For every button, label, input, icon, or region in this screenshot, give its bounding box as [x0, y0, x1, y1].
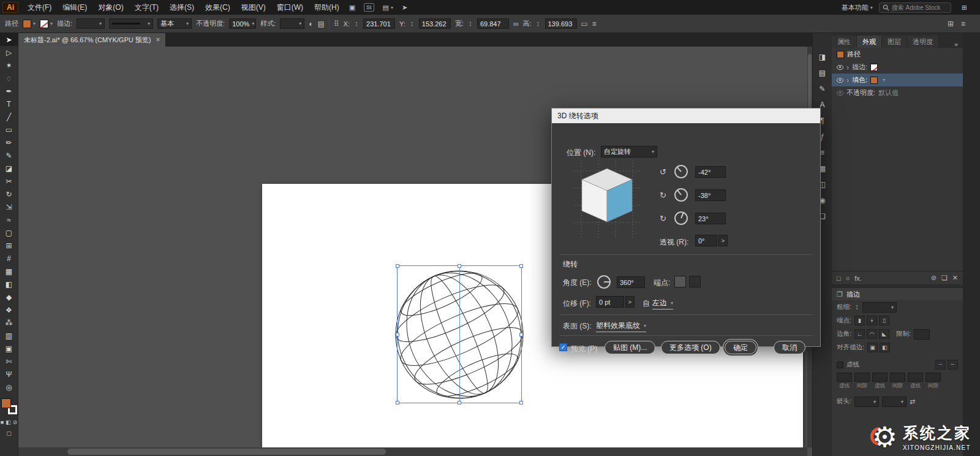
hand-tool[interactable]: Ψ — [0, 368, 18, 381]
selection-handle[interactable] — [458, 264, 461, 268]
fill-attribute-row[interactable]: › 填色: ▾ — [832, 74, 963, 86]
perspective-popout-icon[interactable]: > — [718, 235, 728, 246]
zoom-tool[interactable]: ◎ — [0, 381, 18, 393]
visibility-eye-icon[interactable] — [837, 78, 843, 83]
stroke-panel-header[interactable]: ❐ 描边 — [832, 288, 963, 300]
add-effect-icon[interactable]: fx. — [854, 275, 862, 282]
swatches-panel-icon[interactable]: ▤ — [813, 65, 832, 81]
menu-object[interactable]: 对象(O) — [92, 0, 129, 15]
menu-window[interactable]: 窗口(W) — [271, 0, 309, 15]
y-input[interactable]: 153.262 — [419, 18, 451, 29]
expand-arrow-icon[interactable]: › — [846, 63, 849, 72]
stroke-none-swatch[interactable] — [870, 64, 878, 71]
angle-dial[interactable] — [596, 274, 612, 290]
app-logo-icon[interactable]: Ai — [2, 2, 18, 13]
align-stroke-inside-icon[interactable]: ◧ — [880, 343, 890, 352]
preserve-dash-icon[interactable]: ┄ — [935, 360, 946, 370]
dashed-line-checkbox[interactable] — [837, 362, 843, 368]
height-stepper[interactable] — [536, 21, 541, 27]
y-stepper[interactable] — [410, 21, 415, 27]
bevel-join-icon[interactable]: ◣ — [879, 329, 889, 339]
arrow-start-select[interactable] — [854, 397, 879, 407]
share-icon[interactable]: ➤ — [402, 4, 407, 12]
style-select[interactable] — [280, 18, 304, 29]
selection-tool[interactable]: ➤ — [0, 33, 18, 46]
perspective-input[interactable]: 0° — [695, 235, 717, 246]
ok-button[interactable]: 确定 — [725, 341, 756, 354]
fill-swatch[interactable] — [1, 398, 11, 408]
menu-edit[interactable]: 编辑(E) — [57, 0, 92, 15]
cancel-button[interactable]: 取消 — [774, 341, 805, 354]
surface-select[interactable]: 塑料效果底纹 — [596, 321, 646, 332]
selection-handle[interactable] — [519, 333, 523, 336]
stroke-weight-select[interactable] — [77, 18, 105, 29]
more-options-button[interactable]: 更多选项 (O) — [661, 341, 720, 354]
brushes-panel-icon[interactable]: ✎ — [813, 81, 832, 97]
artboard-tool[interactable]: ▣ — [0, 342, 18, 355]
dash-input[interactable] — [837, 373, 852, 382]
selection-handle[interactable] — [458, 401, 461, 405]
swap-arrowheads-icon[interactable]: ⇄ — [910, 398, 915, 406]
visibility-eye-icon[interactable] — [837, 65, 843, 70]
selection-bounding-box[interactable] — [397, 265, 522, 403]
new-fill-icon[interactable]: ○ — [846, 275, 850, 282]
panel-menu-icon[interactable]: ≡ — [961, 20, 965, 28]
duplicate-item-icon[interactable]: ❏ — [941, 274, 948, 282]
rectangle-tool[interactable]: ▭ — [0, 123, 18, 136]
selection-handle[interactable] — [519, 401, 523, 405]
visibility-eye-icon[interactable] — [837, 91, 843, 96]
arrange-documents-icon[interactable]: ▤▾ — [383, 4, 393, 12]
rotate-y-dial[interactable] — [673, 187, 689, 203]
miter-limit-input[interactable] — [914, 329, 930, 340]
selection-handle[interactable] — [396, 401, 399, 405]
tab-appearance[interactable]: 外观 — [857, 36, 882, 48]
direct-selection-tool[interactable]: ▷ — [0, 46, 18, 59]
rotate-y-input[interactable]: -38° — [695, 189, 726, 201]
tab-layers[interactable]: 图层 — [882, 36, 907, 48]
projecting-cap-icon[interactable]: ▯ — [879, 316, 889, 325]
pencil-tool[interactable]: ✎ — [0, 149, 18, 162]
stroke-color-control[interactable]: ▾ — [40, 20, 53, 28]
miter-join-icon[interactable]: ∟ — [854, 329, 865, 339]
selection-handle[interactable] — [396, 333, 399, 336]
fill-stroke-indicator[interactable] — [1, 398, 17, 414]
width-stepper[interactable] — [468, 21, 473, 27]
offset-popout-icon[interactable]: > — [625, 296, 635, 308]
document-icon[interactable]: ▣ — [349, 4, 355, 12]
width-input[interactable]: 69.847 — [477, 18, 509, 29]
width-profile-select[interactable] — [109, 18, 153, 29]
color-mode-icon[interactable]: ■ — [1, 419, 4, 425]
selection-handle[interactable] — [519, 264, 523, 268]
map-art-button[interactable]: 贴图 (M)... — [605, 341, 655, 354]
draw-mode-icon[interactable]: ▢ — [6, 430, 12, 436]
close-tab-icon[interactable]: × — [156, 36, 160, 44]
eraser-tool[interactable]: ◪ — [0, 162, 18, 175]
line-segment-tool[interactable]: ╱ — [0, 110, 18, 123]
scissors-tool[interactable]: ✂ — [0, 175, 18, 188]
width-tool[interactable]: ≈ — [0, 213, 18, 226]
search-input[interactable] — [892, 4, 947, 11]
tab-properties[interactable]: 属性 — [832, 36, 857, 48]
app-bar-grid-icon[interactable]: ⊞ — [962, 4, 967, 12]
transform-more-icon[interactable]: ≡ — [592, 20, 597, 28]
x-input[interactable]: 231.701 — [363, 18, 395, 29]
opacity-input[interactable]: 100% — [229, 18, 256, 29]
arrow-end-select[interactable] — [882, 397, 907, 407]
height-input[interactable]: 139.693 — [545, 18, 577, 29]
blend-tool[interactable]: ❖ — [0, 303, 18, 316]
menu-select[interactable]: 选择(S) — [164, 0, 200, 15]
type-tool[interactable]: T — [0, 97, 18, 110]
shape-builder-tool[interactable]: ⊞ — [0, 239, 18, 252]
round-cap-icon[interactable]: ◗ — [867, 316, 877, 325]
magic-wand-tool[interactable]: ✶ — [0, 59, 18, 72]
dash-input[interactable] — [908, 373, 923, 382]
reference-point-icon[interactable]: ⠿ — [334, 20, 339, 28]
align-dash-icon[interactable]: ╌ — [948, 360, 958, 370]
color-panel-icon[interactable]: ◨ — [813, 49, 832, 65]
brush-definition-select[interactable]: 基本 — [157, 18, 192, 29]
rotate-x-input[interactable]: -42° — [695, 166, 726, 178]
link-dimensions-icon[interactable]: ∞ — [513, 20, 519, 28]
butt-cap-icon[interactable]: ▮ — [854, 316, 865, 325]
dash-input[interactable] — [872, 373, 888, 382]
opacity-attribute-row[interactable]: 不透明度: 默认值 — [832, 86, 963, 99]
